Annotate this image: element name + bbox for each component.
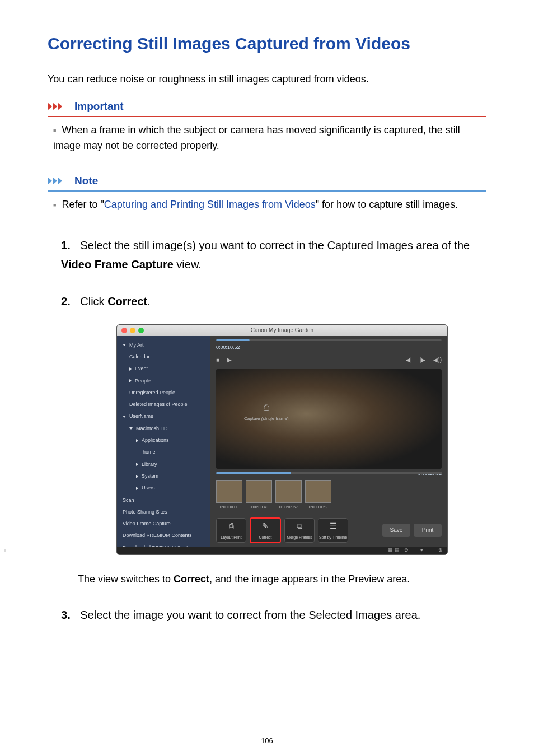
- timecode: 0:00:10.52: [216, 343, 442, 352]
- merge-frames-button[interactable]: ⧉Merge Frames: [284, 518, 315, 543]
- view-toggle-icon[interactable]: ▦ ▤: [388, 546, 400, 554]
- layout-print-button[interactable]: ⎙Layout Print: [216, 518, 246, 543]
- sidebar-item-calendar[interactable]: Calendar: [117, 351, 210, 363]
- playback-controls: ■ ▶ ◀| |▶ ◀)): [210, 353, 447, 367]
- sidebar-item-sharing[interactable]: Photo Sharing Sites: [117, 506, 210, 518]
- chevron-down-icon: [129, 427, 133, 430]
- chevron-right-icon: [129, 379, 132, 382]
- chevron-right-icon: [136, 439, 138, 442]
- thumb[interactable]: [216, 480, 242, 503]
- bottom-toolbar: ⎙Layout Print ✎Correct ⧉Merge Frames ☰So…: [210, 514, 447, 547]
- important-rule: [48, 116, 486, 117]
- play-icon[interactable]: ▶: [227, 355, 232, 365]
- sidebar-item-dlprem[interactable]: Download PREMIUM Contents: [117, 530, 210, 542]
- thumb[interactable]: [305, 480, 331, 503]
- titlebar: Canon My Image Garden: [117, 325, 447, 336]
- thumb[interactable]: [246, 480, 272, 503]
- video-preview: ⎙ Capture (single frame): [216, 369, 442, 469]
- sidebar-item-system[interactable]: System: [117, 470, 210, 482]
- note-rule-bottom: [48, 220, 486, 220]
- note-arrows-icon: [48, 176, 69, 186]
- sidebar-item-event[interactable]: Event: [117, 363, 210, 375]
- chevron-right-icon: [136, 475, 138, 478]
- chevron-down-icon: [123, 344, 126, 346]
- important-heading: Important: [74, 100, 124, 113]
- window-title: Canon My Image Garden: [117, 325, 447, 335]
- sidebar: My Art Calendar Event People Unregistere…: [117, 336, 210, 547]
- page-title: Correcting Still Images Captured from Vi…: [48, 34, 486, 54]
- sidebar-item-vfc[interactable]: Video Frame Capture: [117, 518, 210, 530]
- chevron-right-icon: [136, 487, 138, 490]
- sidebar-item-people[interactable]: People: [117, 375, 210, 387]
- thumb[interactable]: [275, 480, 302, 503]
- important-body: When a frame in which the subject or cam…: [53, 123, 486, 154]
- save-button[interactable]: Save: [382, 524, 410, 537]
- important-arrows-icon: [48, 101, 69, 111]
- captured-thumbs: 0:00:00.00 0:00:03.43 0:00:06.57 0:00:10…: [216, 480, 442, 511]
- note-heading: Note: [74, 175, 98, 187]
- correct-button[interactable]: ✎Correct: [250, 517, 281, 543]
- capture-button[interactable]: ⎙ Capture (single frame): [244, 400, 289, 423]
- step-2-after: The view switches to Correct, and the im…: [78, 571, 486, 588]
- main-panel: 0:00:10.52 ■ ▶ ◀| |▶ ◀)): [210, 336, 447, 547]
- zoom-in-icon[interactable]: ⊕: [438, 546, 443, 554]
- app-screenshot: Canon My Image Garden My Art Calendar Ev…: [116, 324, 448, 555]
- note-body: Refer to "Capturing and Printing Still I…: [53, 197, 486, 213]
- sidebar-item-unregistered[interactable]: Unregistered People: [117, 387, 210, 399]
- sidebar-item-macintosh[interactable]: Macintosh HD: [117, 423, 210, 435]
- next-frame-icon[interactable]: |▶: [420, 355, 426, 365]
- print-button[interactable]: Print: [414, 524, 442, 537]
- chevron-right-icon: [136, 463, 138, 466]
- sidebar-item-home[interactable]: home: [117, 446, 210, 458]
- chevron-down-icon: [123, 416, 126, 418]
- step-2: Click Correct. Canon My Image Garden My …: [61, 292, 486, 588]
- step-1: Select the still image(s) you want to co…: [61, 236, 486, 274]
- note-callout: Note Refer to "Capturing and Printing St…: [48, 175, 486, 220]
- note-rule: [48, 190, 486, 192]
- sidebar-item-deleted[interactable]: Deleted Images of People: [117, 399, 210, 410]
- stop-icon[interactable]: ■: [216, 355, 219, 365]
- intro-text: You can reduce noise or roughness in sti…: [48, 72, 486, 87]
- step-3: Select the image you want to correct fro…: [61, 605, 486, 624]
- status-bar: i ▦ ▤ ⊖ ──●─── ⊕: [117, 547, 447, 554]
- prev-frame-icon[interactable]: ◀|: [406, 355, 412, 365]
- important-callout: Important When a frame in which the subj…: [48, 100, 486, 161]
- zoom-slider[interactable]: ──●───: [413, 546, 434, 554]
- sidebar-item-username[interactable]: UserName: [117, 410, 210, 422]
- sidebar-item-myart[interactable]: My Art: [117, 339, 210, 351]
- important-rule-bottom: [48, 161, 486, 161]
- chevron-right-icon: [129, 367, 132, 371]
- sidebar-item-users[interactable]: Users: [117, 482, 210, 494]
- zoom-out-icon[interactable]: ⊖: [404, 546, 409, 554]
- sidebar-item-scan[interactable]: Scan: [117, 494, 210, 506]
- page-number: 106: [48, 736, 486, 745]
- sort-timeline-button[interactable]: ☰Sort by Timeline: [318, 518, 348, 543]
- audio-icon[interactable]: ◀)): [433, 355, 442, 365]
- sidebar-item-dldprem[interactable]: Downloaded PREMIUM Contents: [117, 542, 210, 547]
- sidebar-item-applications[interactable]: Applications: [117, 435, 210, 446]
- note-link[interactable]: Capturing and Printing Still Images from…: [104, 199, 316, 210]
- sidebar-item-library[interactable]: Library: [117, 459, 210, 470]
